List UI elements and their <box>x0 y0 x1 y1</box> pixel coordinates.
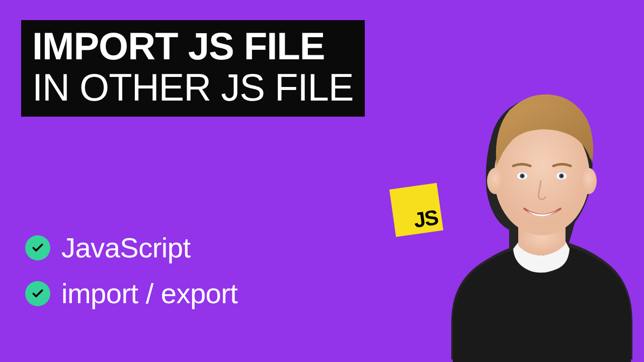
bullet-label: import / export <box>61 277 237 310</box>
presenter-photo <box>419 40 640 362</box>
check-icon <box>25 235 50 260</box>
svg-point-8 <box>560 175 563 177</box>
title-block: IMPORT JS FILE IN OTHER JS FILE <box>21 20 365 117</box>
svg-point-5 <box>521 175 524 177</box>
bullet-list: JavaScript import / export <box>25 231 237 323</box>
title-line-1: IMPORT JS FILE <box>32 27 354 65</box>
bullet-item: import / export <box>25 277 237 310</box>
person-icon <box>419 40 640 362</box>
check-icon <box>25 281 50 306</box>
bullet-label: JavaScript <box>61 231 190 264</box>
svg-point-2 <box>581 168 597 194</box>
title-line-2: IN OTHER JS FILE <box>32 67 354 108</box>
bullet-item: JavaScript <box>25 231 237 264</box>
svg-point-1 <box>487 168 503 194</box>
